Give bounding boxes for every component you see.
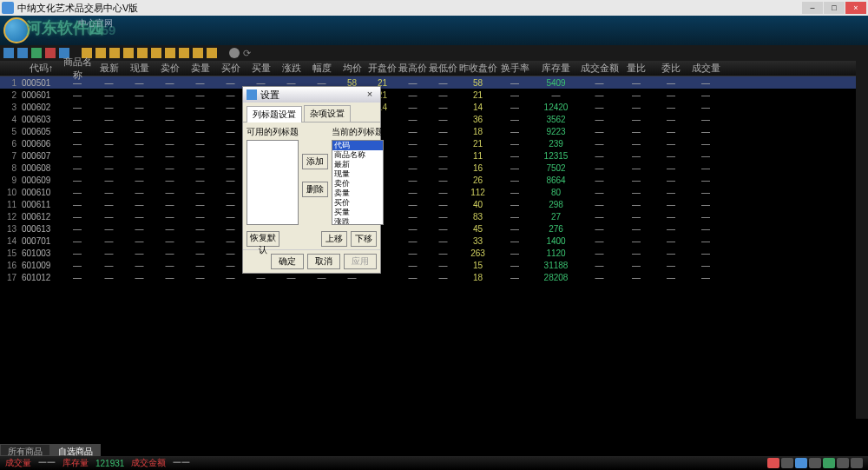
cell: — xyxy=(497,78,532,88)
table-row[interactable]: 17601012————————————18—28208———— xyxy=(0,271,868,283)
apply-button[interactable]: 应用 xyxy=(344,254,377,269)
tray-icon[interactable] xyxy=(795,458,807,468)
add-button[interactable]: 添加 xyxy=(302,154,328,169)
cell: 12315 xyxy=(532,151,580,161)
move-down-button[interactable]: 下移 xyxy=(351,231,377,247)
current-list[interactable]: 代码商品名称最新现量卖价卖量买价买量涨跌幅度均价开盘价最高价最低价 xyxy=(332,140,384,225)
settings-icon[interactable] xyxy=(229,48,240,58)
delete-button[interactable]: 删除 xyxy=(302,182,328,197)
toolbar-icon[interactable] xyxy=(17,48,28,58)
list-item[interactable]: 卖价 xyxy=(332,179,383,189)
list-item[interactable]: 买价 xyxy=(332,198,383,208)
col[interactable]: 买价 xyxy=(215,62,246,75)
tray-icon[interactable] xyxy=(823,458,835,468)
available-list[interactable] xyxy=(247,140,299,225)
col[interactable]: 昨收盘价 xyxy=(458,62,497,75)
ok-button[interactable]: 确定 xyxy=(271,254,304,269)
table-row[interactable]: 13000613————————————45—276———— xyxy=(0,222,868,235)
cell: — xyxy=(94,236,124,246)
refresh-icon[interactable]: ⟳ xyxy=(243,48,253,58)
vertical-scrollbar[interactable] xyxy=(856,61,868,419)
toolbar-folder-icon[interactable] xyxy=(95,48,106,58)
col[interactable]: 买量 xyxy=(246,62,276,75)
list-item[interactable]: 代码 xyxy=(332,141,383,150)
table-row[interactable]: 16601009————————————15—31188———— xyxy=(0,259,868,271)
table-row[interactable]: 10000610————————————112—80———— xyxy=(0,186,868,198)
toolbar-folder-icon[interactable] xyxy=(193,48,203,58)
toolbar-folder-icon[interactable] xyxy=(151,48,161,58)
col[interactable]: 最高价 xyxy=(398,62,428,75)
close-button[interactable]: × xyxy=(845,2,866,14)
toolbar-folder-icon[interactable] xyxy=(179,48,189,58)
dialog-titlebar[interactable]: 设置 × xyxy=(243,87,380,103)
maximize-button[interactable]: □ xyxy=(824,2,845,14)
col[interactable]: 成交量 xyxy=(688,62,723,75)
table-row[interactable]: 4000603————————————36—3562———— xyxy=(0,113,868,125)
tray-icon[interactable] xyxy=(809,458,821,468)
table-row[interactable]: 11000611————————————40—298———— xyxy=(0,198,868,210)
dialog-close-icon[interactable]: × xyxy=(363,89,377,101)
cell: — xyxy=(94,139,124,149)
tray-icon[interactable] xyxy=(851,458,863,468)
col-code[interactable]: 代码↑ xyxy=(22,62,61,75)
toolbar-folder-icon[interactable] xyxy=(207,48,217,58)
col[interactable]: 成交金额 xyxy=(580,62,619,75)
tab-self-products[interactable]: 自选商品 xyxy=(50,444,101,456)
menu-link-center[interactable]: 中心官网 xyxy=(78,17,113,30)
move-up-button[interactable]: 上移 xyxy=(321,231,347,247)
list-item[interactable]: 卖量 xyxy=(332,189,383,198)
col[interactable]: 库存量 xyxy=(532,62,580,75)
data-grid[interactable]: 1000501—————————5821——58—5409————2000601… xyxy=(0,76,868,450)
tray-icon[interactable] xyxy=(781,458,793,468)
toolbar-folder-icon[interactable] xyxy=(165,48,175,58)
toolbar-folder-icon[interactable] xyxy=(109,48,120,58)
toolbar-icon[interactable] xyxy=(3,48,14,58)
cell: — xyxy=(619,212,654,222)
col[interactable]: 卖量 xyxy=(185,62,215,75)
cell: — xyxy=(398,273,428,282)
table-row[interactable]: 2000601——————————21——21—————— xyxy=(0,89,868,101)
list-item[interactable]: 买量 xyxy=(332,208,383,217)
tab-all-products[interactable]: 所有商品 xyxy=(0,444,50,456)
col[interactable]: 现量 xyxy=(124,62,155,75)
minimize-button[interactable]: – xyxy=(802,2,823,14)
table-row[interactable]: 6000606————————————21—239———— xyxy=(0,137,868,149)
col[interactable]: 均价 xyxy=(337,62,367,75)
col[interactable]: 最新 xyxy=(94,62,124,75)
cell: — xyxy=(619,151,654,161)
reset-button[interactable]: 恢复默认 xyxy=(247,231,279,247)
cell: 000613 xyxy=(22,224,61,234)
table-row[interactable]: 3000602——————————14——14—12420———— xyxy=(0,101,868,113)
col[interactable]: 换手率 xyxy=(497,62,532,75)
toolbar-folder-icon[interactable] xyxy=(123,48,134,58)
col[interactable]: 委比 xyxy=(654,62,688,75)
tray-icon[interactable] xyxy=(767,458,779,468)
table-row[interactable]: 7000607————————————11—12315———— xyxy=(0,149,868,162)
col[interactable]: 开盘价 xyxy=(367,62,398,75)
toolbar-folder-icon[interactable] xyxy=(137,48,148,58)
col[interactable]: 幅度 xyxy=(306,62,337,75)
col[interactable]: 卖价 xyxy=(155,62,185,75)
list-item[interactable]: 商品名称 xyxy=(332,150,383,160)
col[interactable]: 最低价 xyxy=(428,62,458,75)
table-row[interactable]: 5000605————————————18—9223———— xyxy=(0,125,868,137)
list-item[interactable]: 涨跌 xyxy=(332,217,383,225)
toolbar-icon[interactable] xyxy=(31,48,42,58)
list-item[interactable]: 现量 xyxy=(332,169,383,179)
table-row[interactable]: 15601003————————————263—1120———— xyxy=(0,247,868,259)
table-row[interactable]: 8000608————————————16—7502———— xyxy=(0,162,868,174)
table-row[interactable]: 9000609————————————26—8664———— xyxy=(0,174,868,186)
cell: — xyxy=(688,175,723,185)
col[interactable]: 量比 xyxy=(619,62,654,75)
tray-icon[interactable] xyxy=(837,458,849,468)
cell: — xyxy=(61,139,94,149)
table-row[interactable]: 1000501—————————5821——58—5409———— xyxy=(0,76,868,89)
tab-columns[interactable]: 列标题设置 xyxy=(247,106,302,122)
tab-misc[interactable]: 杂项设置 xyxy=(304,105,351,122)
list-item[interactable]: 最新 xyxy=(332,160,383,169)
col[interactable]: 涨跌 xyxy=(276,62,306,75)
table-row[interactable]: 12000612————————————83—27———— xyxy=(0,210,868,222)
table-row[interactable]: 14000701————————————33—1400———— xyxy=(0,235,868,247)
cancel-button[interactable]: 取消 xyxy=(307,254,340,269)
toolbar-icon[interactable] xyxy=(45,48,56,58)
